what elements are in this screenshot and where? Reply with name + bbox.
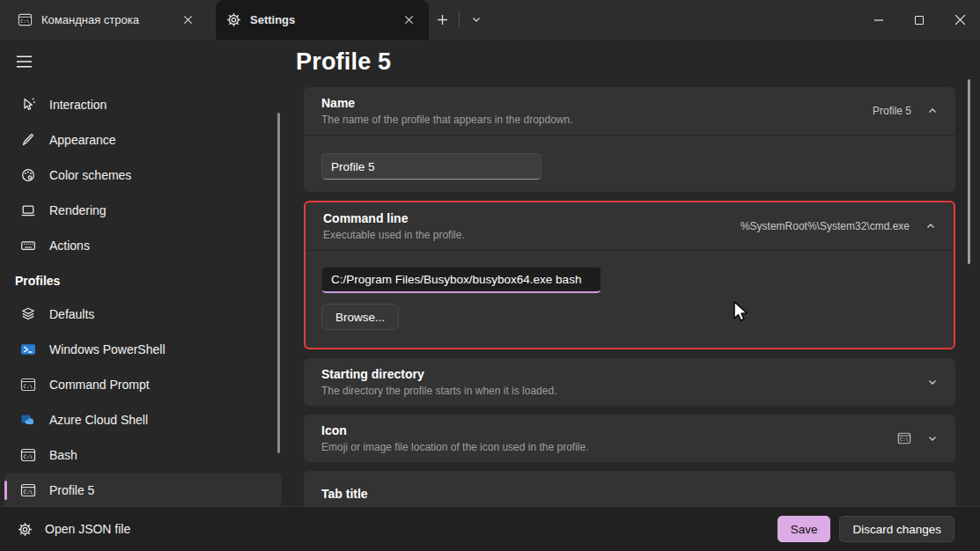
- powershell-icon: [19, 342, 36, 358]
- sidebar-item-label: Azure Cloud Shell: [49, 413, 148, 427]
- sidebar-scrollbar[interactable]: [277, 113, 280, 453]
- sidebar-item-interaction[interactable]: Interaction: [4, 87, 282, 122]
- sidebar-item-color-schemes[interactable]: Color schemes: [4, 158, 282, 193]
- sidebar-item-label: Color schemes: [49, 168, 131, 182]
- setting-current-value: Profile 5: [873, 105, 911, 117]
- profile-name-input[interactable]: [321, 153, 542, 180]
- sidebar-item-rendering[interactable]: Rendering: [4, 193, 282, 228]
- sidebar-item-label: Interaction: [49, 98, 107, 112]
- sidebar-item-profile-5[interactable]: C:\ Profile 5: [4, 473, 282, 508]
- save-button[interactable]: Save: [777, 516, 831, 542]
- azure-cloud-icon: [19, 412, 36, 429]
- terminal-window-icon: C:\: [19, 482, 36, 499]
- setting-description: Executable used in the profile.: [323, 229, 741, 241]
- svg-text:C:\: C:\: [23, 383, 33, 389]
- maximize-button[interactable]: [899, 0, 939, 40]
- profiles-section-header: Profiles: [0, 263, 291, 297]
- open-json-file-label: Open JSON file: [45, 522, 130, 536]
- gear-icon: [18, 522, 33, 537]
- palette-icon: [19, 167, 36, 184]
- sidebar-item-label: Actions: [49, 239, 90, 253]
- sidebar-item-label: Command Prompt: [49, 378, 150, 392]
- profile-icon-preview: C:\: [897, 431, 911, 445]
- setting-description: Emoji or image file location of the icon…: [321, 441, 897, 453]
- pen-icon: [19, 132, 36, 149]
- minimize-button[interactable]: [858, 0, 899, 40]
- windows-terminal-settings-window: C:\ Командная строка Settings: [0, 0, 980, 551]
- new-tab-button[interactable]: [429, 6, 455, 33]
- sidebar-item-actions[interactable]: Actions: [4, 228, 282, 263]
- tab-dropdown-button[interactable]: [463, 6, 490, 33]
- sidebar-item-label: Appearance: [49, 133, 116, 147]
- command-line-input[interactable]: [321, 267, 601, 293]
- close-tab-icon[interactable]: [397, 9, 420, 32]
- monitor-icon: [19, 202, 36, 219]
- close-tab-icon[interactable]: [176, 9, 199, 32]
- chevron-down-icon: [927, 433, 938, 444]
- svg-text:C:\: C:\: [900, 437, 909, 442]
- chevron-up-icon: [925, 221, 936, 231]
- expander-header-tab-title[interactable]: Tab title: [304, 471, 955, 506]
- sidebar-item-bash[interactable]: C:\ Bash: [4, 437, 282, 473]
- sidebar-item-command-prompt[interactable]: C:\ Command Prompt: [4, 367, 282, 402]
- setting-description: The name of the profile that appears in …: [321, 114, 873, 126]
- sidebar-item-defaults[interactable]: Defaults: [4, 297, 282, 332]
- setting-title: Starting directory: [321, 367, 927, 381]
- tabbar-divider: [459, 11, 460, 27]
- pointer-icon: [19, 97, 36, 114]
- hamburger-menu-icon[interactable]: [9, 48, 39, 75]
- settings-content: Profile 5 Name The name of the profile t…: [291, 40, 980, 506]
- setting-card-icon: Icon Emoji or image file location of the…: [304, 415, 955, 462]
- tab-title: Settings: [250, 13, 388, 26]
- chevron-up-icon: [927, 106, 938, 116]
- setting-current-value: %SystemRoot%\System32\cmd.exe: [741, 220, 910, 232]
- browse-button[interactable]: Browse...: [321, 304, 399, 330]
- svg-text:C:\: C:\: [20, 18, 29, 24]
- svg-text:C:\: C:\: [23, 489, 33, 495]
- keyboard-icon: [19, 238, 36, 254]
- sidebar-item-label: Windows PowerShell: [49, 342, 166, 356]
- selection-accent-bar: [4, 481, 7, 500]
- sidebar-item-label: Profile 5: [49, 483, 94, 497]
- tab-settings[interactable]: Settings: [216, 0, 429, 40]
- content-scrollbar[interactable]: [968, 79, 970, 264]
- settings-sidebar: Interaction Appearance Color schemes Ren…: [0, 40, 291, 506]
- expander-header-starting-directory[interactable]: Starting directory The directory the pro…: [304, 358, 955, 406]
- sidebar-item-windows-powershell[interactable]: Windows PowerShell: [4, 332, 282, 367]
- cmd-window-icon: C:\: [19, 377, 36, 393]
- sidebar-item-azure-cloud-shell[interactable]: Azure Cloud Shell: [4, 402, 282, 437]
- setting-title: Icon: [321, 423, 897, 437]
- setting-card-starting-directory: Starting directory The directory the pro…: [304, 358, 955, 406]
- setting-title: Command line: [323, 211, 741, 225]
- setting-card-name: Name The name of the profile that appear…: [304, 87, 955, 192]
- open-json-file-button[interactable]: Open JSON file: [18, 522, 130, 537]
- tab-command-prompt[interactable]: C:\ Командная строка: [7, 0, 208, 40]
- sidebar-item-label: Rendering: [49, 203, 107, 217]
- titlebar: C:\ Командная строка Settings: [0, 0, 980, 40]
- svg-text:C:\: C:\: [23, 453, 33, 459]
- setting-card-tab-title: Tab title: [304, 471, 955, 506]
- cmd-window-icon: C:\: [18, 12, 33, 27]
- expander-header-icon[interactable]: Icon Emoji or image file location of the…: [304, 415, 955, 462]
- window-controls: [858, 0, 980, 40]
- sidebar-item-label: Bash: [49, 448, 77, 462]
- expander-header-command-line[interactable]: Command line Executable used in the prof…: [306, 202, 954, 250]
- discard-changes-button[interactable]: Discard changes: [839, 516, 954, 542]
- setting-description: The directory the profile starts in when…: [321, 385, 927, 397]
- setting-title: Tab title: [321, 487, 938, 501]
- terminal-window-icon: C:\: [19, 447, 36, 464]
- gear-icon: [226, 12, 241, 27]
- setting-card-command-line: Command line Executable used in the prof…: [304, 201, 955, 349]
- sidebar-item-appearance[interactable]: Appearance: [4, 122, 282, 158]
- sidebar-item-label: Defaults: [49, 307, 94, 321]
- tab-title: Командная строка: [41, 13, 167, 26]
- chevron-down-icon: [927, 377, 938, 387]
- footer-bar: Open JSON file Save Discard changes: [0, 506, 980, 551]
- close-window-button[interactable]: [939, 0, 980, 40]
- setting-title: Name: [321, 96, 873, 110]
- page-title: Profile 5: [296, 47, 980, 77]
- expander-header-name[interactable]: Name The name of the profile that appear…: [304, 87, 955, 135]
- layers-icon: [19, 306, 36, 323]
